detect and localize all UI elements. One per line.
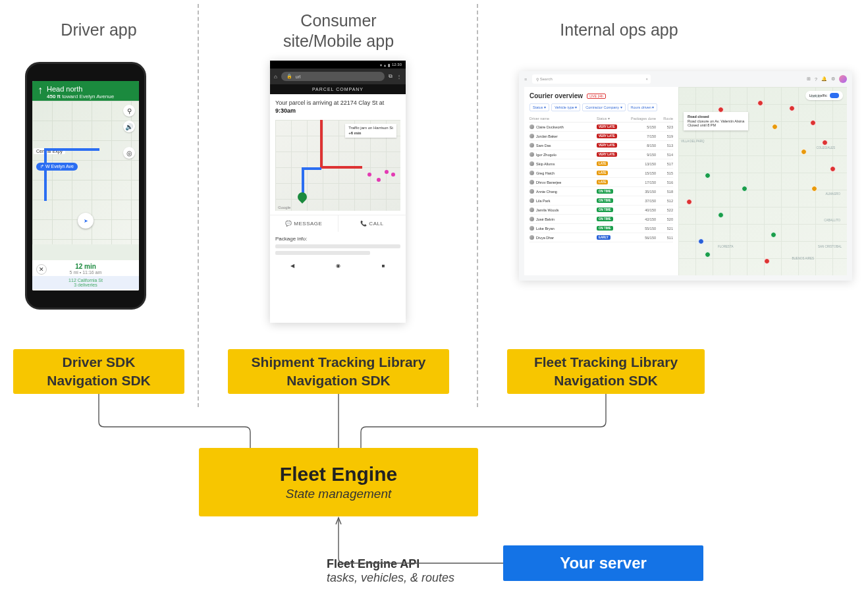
destination-pin-icon — [296, 190, 309, 204]
package-info-label: Package info: — [270, 232, 406, 242]
bell-icon[interactable]: 🔔 — [821, 76, 827, 82]
live-badge: LIVE 24h — [587, 94, 606, 99]
driver-phone: ↑ Head north 450 ft toward Evelyn Avenue… — [25, 62, 146, 310]
url-text: url — [296, 74, 301, 79]
gear-icon[interactable]: ⚙ — [831, 76, 835, 82]
nav-back-icon[interactable]: ◀ — [290, 263, 294, 269]
search-input[interactable]: ⚲ Search × — [532, 74, 651, 84]
driver-sdk-box: Driver SDKNavigation SDK — [13, 349, 184, 394]
nav-direction: Head north — [47, 85, 114, 94]
table-row[interactable]: Annie ChangON TIME35/150518 — [529, 187, 673, 196]
placeholder-line — [275, 244, 400, 248]
call-button[interactable]: 📞 CALL — [338, 215, 406, 232]
table-row[interactable]: Dhruv BanerjeeLATE17/150516 — [529, 178, 673, 187]
status-bar: ▾▴▮12:30 — [270, 61, 406, 69]
map-label: COLEGIALES — [816, 146, 835, 150]
divider-1 — [198, 4, 199, 407]
sound-icon[interactable]: 🔊 — [123, 121, 135, 132]
message-button[interactable]: 💬 MESSAGE — [270, 215, 338, 232]
nav-home-icon[interactable]: ◉ — [336, 263, 340, 269]
table-row[interactable]: Jordan BakerVERY LATE7/150519 — [529, 132, 673, 141]
driver-map: ⚲ 🔊 ◎ Central Expy ↱ W Evelyn Ave ➤ — [32, 101, 139, 244]
filter-chip[interactable]: Contractor Company ▾ — [582, 103, 625, 111]
filter-chip[interactable]: Hours driven ▾ — [628, 103, 658, 111]
map-label: BUENOS AIRES — [792, 257, 814, 260]
filter-chip[interactable]: Status ▾ — [529, 103, 549, 111]
consumer-phone: ▾▴▮12:30 ⌂ 🔒 url ⧉ ⋮ PARCEL COMPANY Your… — [270, 61, 406, 323]
ops-sdk-box: Fleet Tracking LibraryNavigation SDK — [507, 349, 705, 394]
table-row[interactable]: Jamila WoodsON TIME40/150522 — [529, 206, 673, 215]
divider-2 — [477, 4, 478, 407]
search-placeholder: Search — [540, 77, 553, 81]
apps-icon[interactable]: ⊞ — [807, 76, 811, 82]
road-closed-tip: Road closed Road closure on Av. Valentín… — [684, 112, 748, 130]
table-row[interactable]: Sam DasVERY LATE8/150513 — [529, 141, 673, 150]
location-cursor-icon: ➤ — [78, 213, 94, 229]
site-header: PARCEL COMPANY — [270, 84, 406, 94]
search-icon[interactable]: ⚲ — [123, 105, 135, 117]
eta-time: 12 min — [32, 263, 139, 270]
tab-icon[interactable]: ⧉ — [389, 73, 393, 80]
clear-icon[interactable]: × — [646, 77, 649, 81]
table-row[interactable]: Divya DharEARLY56/150511 — [529, 233, 673, 242]
your-server-box: Your server — [503, 545, 703, 581]
home-icon[interactable]: ⌂ — [274, 74, 277, 80]
table-row[interactable]: Skip AllumsLATE13/150517 — [529, 159, 673, 169]
table-header: Driver nameStatus ▾Packages doneRoute — [529, 115, 673, 123]
placeholder-line — [275, 251, 370, 255]
column-title-ops: Internal ops app — [527, 20, 711, 40]
url-field[interactable]: 🔒 url — [281, 72, 385, 81]
map-label: NUÑEZ — [811, 95, 821, 98]
table-row[interactable]: Greg HatchLATE15/150515 — [529, 169, 673, 178]
arrow-up-icon: ↑ — [38, 85, 43, 96]
column-title-consumer: Consumer site/Mobile app — [273, 11, 404, 52]
map-label: CABALLITO — [824, 219, 840, 222]
fleet-engine-box: Fleet Engine State management — [199, 448, 478, 516]
fleet-engine-api-label: Fleet Engine API tasks, vehicles, & rout… — [327, 557, 454, 585]
more-icon[interactable]: ⋮ — [396, 74, 402, 80]
table-row[interactable]: José BalvinON TIME42/150520 — [529, 215, 673, 224]
table-row[interactable]: Luke BryanON TIME55/150521 — [529, 224, 673, 233]
consumer-sdk-box: Shipment Tracking LibraryNavigation SDK — [228, 349, 449, 394]
close-trip-button[interactable]: ✕ — [36, 264, 47, 275]
compass-icon[interactable]: ◎ — [123, 147, 135, 159]
table-row[interactable]: Claire DuckworthVERY LATE5/150523 — [529, 123, 673, 132]
ops-app: ≡ ⚲ Search × ⊞ ? 🔔 ⚙ Courier overview LI… — [519, 71, 852, 281]
url-bar: ⌂ 🔒 url ⧉ ⋮ — [270, 69, 406, 84]
table-row[interactable]: Igor ZhogoloVERY LATE9/150514 — [529, 150, 673, 159]
lock-icon: 🔒 — [286, 74, 292, 79]
menu-icon[interactable]: ≡ — [524, 77, 527, 82]
street-chip: ↱ W Evelyn Ave — [36, 163, 78, 171]
help-icon[interactable]: ? — [815, 77, 817, 82]
eta-sub: 5 mi • 11:16 am — [32, 270, 139, 275]
dest-line2: 3 deliveries — [32, 283, 139, 287]
nav-recent-icon[interactable]: ■ — [382, 263, 385, 269]
column-title-driver: Driver app — [40, 20, 158, 40]
search-icon: ⚲ — [536, 77, 539, 82]
map-label: SAN CRISTOBAL — [818, 245, 842, 248]
status-time: 12:30 — [392, 63, 402, 67]
avatar[interactable] — [839, 75, 847, 83]
map-label: ALMAGRO — [825, 192, 840, 196]
map-label: VILLA DEL PARQ — [681, 140, 705, 143]
message-icon: 💬 — [285, 221, 292, 227]
map-label: FLORESTA — [718, 245, 733, 248]
google-watermark: Google — [278, 206, 290, 209]
call-icon: 📞 — [360, 221, 367, 227]
consumer-map: Traffic jam on Harrison St +6 min Google — [275, 120, 400, 211]
trip-summary: ✕ 12 min 5 mi • 11:16 am 112 California … — [32, 260, 139, 290]
dest-line1: 112 California St — [32, 278, 139, 283]
ops-map: Live traffic Road closed Road closure on… — [678, 87, 847, 275]
nav-street: toward Evelyn Avenue — [62, 94, 114, 99]
arrival-notice: Your parcel is arriving at 22174 Clay St… — [270, 94, 406, 120]
android-nav-bar: ◀ ◉ ■ — [270, 258, 406, 273]
ops-title: Courier overview LIVE 24h — [529, 92, 673, 99]
table-row[interactable]: Lila ParkON TIME37/150512 — [529, 196, 673, 206]
nav-distance: 450 ft — [47, 94, 61, 99]
filter-chip[interactable]: Vehicle type ▾ — [551, 103, 580, 111]
traffic-tip: Traffic jam on Harrison St +6 min — [345, 124, 396, 137]
